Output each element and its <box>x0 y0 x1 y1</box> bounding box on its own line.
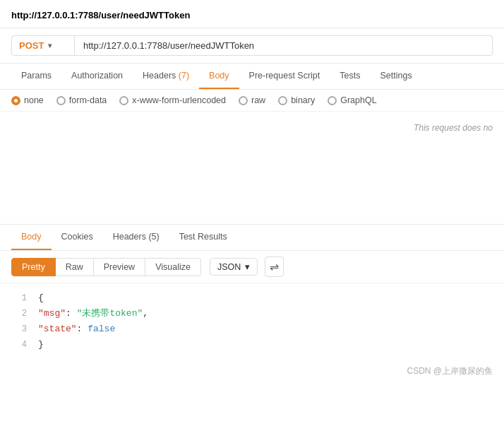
request-tab-params[interactable]: Params <box>11 64 61 89</box>
request-body-area: This request does no <box>0 112 504 225</box>
radio-dot-raw <box>239 96 248 105</box>
page-title: http://127.0.0.1:7788/user/needJWTToken <box>11 10 190 20</box>
radio-dot-binary <box>278 96 287 105</box>
json-type-select[interactable]: JSON▾ <box>210 258 258 276</box>
format-btn-visualize[interactable]: Visualize <box>145 258 201 276</box>
body-type-x-www-form-urlencoded[interactable]: x-www-form-urlencoded <box>119 95 226 105</box>
line-content: } <box>38 337 44 353</box>
body-type-none[interactable]: none <box>11 95 44 105</box>
wrap-icon[interactable]: ⇌ <box>265 256 284 277</box>
body-type-graphql[interactable]: GraphQL <box>328 95 376 105</box>
body-type-form-data[interactable]: form-data <box>56 95 107 105</box>
json-token-punct: { <box>38 293 44 303</box>
line-content: "msg": "未携带token", <box>38 306 148 321</box>
json-token-string: "未携带token" <box>77 308 143 319</box>
format-btn-raw[interactable]: Raw <box>56 258 94 276</box>
json-line-3: 3 "state": false <box>0 321 504 337</box>
radio-dot-x-www-form-urlencoded <box>119 96 128 105</box>
body-type-label-none: none <box>24 95 44 105</box>
url-input[interactable] <box>75 35 493 56</box>
response-tab-test-results[interactable]: Test Results <box>169 225 237 250</box>
response-tab-cookies[interactable]: Cookies <box>52 225 103 250</box>
response-tabs: BodyCookiesHeaders (5)Test Results <box>0 225 504 251</box>
body-type-binary[interactable]: binary <box>278 95 315 105</box>
request-tab-headers[interactable]: Headers (7) <box>133 64 199 89</box>
json-token-key: "state" <box>38 324 77 334</box>
watermark: CSDN @上岸撒尿的鱼 <box>0 360 504 383</box>
request-tab-tests[interactable]: Tests <box>330 64 370 89</box>
json-token-punct: } <box>38 339 44 350</box>
method-label: POST <box>19 40 44 51</box>
body-type-label-raw: raw <box>251 95 265 105</box>
method-select[interactable]: POST ▾ <box>11 35 75 56</box>
body-type-label-form-data: form-data <box>69 95 107 105</box>
line-content: "state": false <box>38 321 115 337</box>
json-line-1: 1{ <box>0 290 504 306</box>
json-token-bool: false <box>88 324 115 334</box>
request-tabs: ParamsAuthorizationHeaders (7)BodyPre-re… <box>0 64 504 90</box>
request-tab-authorization[interactable]: Authorization <box>61 64 133 89</box>
json-line-4: 4} <box>0 337 504 353</box>
body-type-raw[interactable]: raw <box>239 95 265 105</box>
request-tab-body[interactable]: Body <box>199 64 239 89</box>
line-number: 2 <box>6 307 27 321</box>
body-type-label-binary: binary <box>291 95 315 105</box>
request-hint: This request does no <box>414 123 493 133</box>
json-token-punct: : <box>77 324 88 334</box>
body-type-label-x-www-form-urlencoded: x-www-form-urlencoded <box>132 95 226 105</box>
title-bar: http://127.0.0.1:7788/user/needJWTToken <box>0 0 504 28</box>
radio-dot-form-data <box>56 96 66 105</box>
line-content: { <box>38 290 44 306</box>
json-type-label: JSON <box>217 262 241 272</box>
response-tab-body[interactable]: Body <box>11 225 52 250</box>
line-number: 3 <box>6 322 27 336</box>
url-bar: POST ▾ <box>0 28 504 64</box>
json-type-chevron: ▾ <box>245 261 250 272</box>
line-number: 4 <box>6 338 27 352</box>
json-token-key: "msg" <box>38 308 66 319</box>
format-bar: PrettyRawPreviewVisualizeJSON▾⇌ <box>0 251 504 283</box>
json-token-punct: : <box>66 308 77 319</box>
response-tab-headers[interactable]: Headers (5) <box>103 225 169 250</box>
format-btn-pretty[interactable]: Pretty <box>11 258 56 276</box>
body-type-bar: noneform-datax-www-form-urlencodedrawbin… <box>0 90 504 112</box>
format-btn-preview[interactable]: Preview <box>94 258 145 276</box>
line-number: 1 <box>6 291 27 305</box>
tab-badge-headers: (7) <box>179 71 189 81</box>
json-output: 1{2 "msg": "未携带token",3 "state": false4} <box>0 283 504 360</box>
radio-dot-graphql <box>328 96 337 105</box>
request-tab-pre-request[interactable]: Pre-request Script <box>239 64 330 89</box>
radio-dot-none <box>11 96 20 105</box>
request-tab-settings[interactable]: Settings <box>370 64 421 89</box>
method-chevron: ▾ <box>48 42 52 49</box>
json-line-2: 2 "msg": "未携带token", <box>0 306 504 321</box>
json-token-punct: , <box>143 308 148 319</box>
body-type-label-graphql: GraphQL <box>340 95 376 105</box>
